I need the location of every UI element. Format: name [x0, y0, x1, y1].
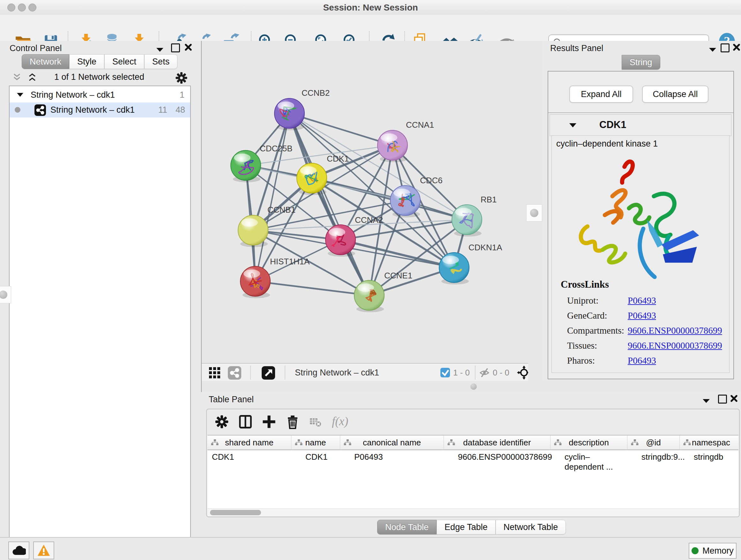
network-edge-count: 48 — [176, 105, 185, 115]
network-selected-status: 1 of 1 Network selected — [10, 72, 189, 82]
network-node-count: 11 — [158, 105, 167, 115]
vertical-splitter[interactable] — [528, 41, 543, 392]
column-header-canonical-name[interactable]: canonical name — [340, 435, 444, 450]
control-panel-menu-button[interactable] — [156, 47, 164, 52]
crosslink-label: GeneCard: — [567, 310, 607, 321]
network-edge[interactable] — [255, 281, 369, 295]
table-panel-float-button[interactable] — [718, 395, 727, 403]
node-label-HIST1H1A: HIST1H1A — [270, 257, 310, 266]
table-cell[interactable]: cyclin–dependent ... — [550, 450, 627, 463]
cdk1-section-header[interactable]: CDK1 — [549, 114, 731, 136]
crosslink-row: Uniprot:P06493 — [552, 295, 729, 310]
tab-select[interactable]: Select — [105, 54, 144, 69]
window-title: Session: New Session — [0, 3, 741, 13]
table-cell[interactable]: P06493 — [340, 450, 444, 463]
table-horizontal-scrollbar[interactable] — [207, 508, 738, 516]
table-panel-close-button[interactable] — [730, 395, 738, 402]
control-panel-float-button[interactable] — [171, 44, 180, 52]
cloud-status-button[interactable] — [8, 542, 29, 559]
network-status-dot — [15, 107, 20, 113]
network-edge[interactable] — [289, 113, 393, 145]
node-label-CCNE1: CCNE1 — [384, 271, 412, 280]
column-header--id[interactable]: @id — [627, 435, 680, 450]
collection-label: String Network – cdk1 — [30, 90, 115, 100]
table-cell[interactable]: stringdb:9... — [627, 450, 679, 463]
network-edge[interactable] — [289, 113, 369, 295]
column-header-name[interactable]: name — [291, 435, 340, 450]
network-view-toolbar: String Network – cdk1 1 - 0 0 - 0 — [202, 363, 528, 382]
network-canvas[interactable]: CCNB2CCNA1CDC25BCDK1CDC6RB1CCNB1CCNA2CDK… — [202, 41, 528, 363]
view-network-title: String Network – cdk1 — [295, 368, 379, 378]
results-panel-menu-button[interactable] — [709, 47, 717, 52]
tab-sets[interactable]: Sets — [144, 54, 178, 69]
tab-style[interactable]: Style — [69, 54, 105, 69]
right-splitter-handle[interactable] — [526, 204, 542, 222]
node-label-CCNA1: CCNA1 — [406, 120, 434, 130]
column-header-description[interactable]: description — [550, 435, 627, 450]
network-collection-row[interactable]: String Network – cdk1 1 — [10, 87, 190, 103]
bottom-splitter-handle[interactable] — [470, 383, 477, 390]
column-header-database-identifier[interactable]: database identifier — [444, 435, 550, 450]
crosslink-row: Pharos:P06493 — [552, 355, 729, 370]
results-panel-close-button[interactable] — [733, 44, 740, 51]
view-toolbar-separator — [285, 366, 285, 380]
collapse-all-button[interactable]: Collapse All — [642, 85, 709, 103]
network-list-header: 1 of 1 Network selected — [10, 70, 189, 85]
grid-view-icon[interactable] — [209, 367, 221, 379]
table-cell[interactable]: CDK1 — [207, 450, 291, 463]
network-row-selected[interactable]: String Network – cdk1 11 48 — [10, 103, 190, 118]
titlebar: Session: New Session — [0, 0, 741, 15]
node-label-CDC25B: CDC25B — [260, 144, 293, 153]
function-builder-icon: f(x) — [331, 415, 357, 429]
control-panel-close-button[interactable] — [185, 44, 192, 51]
selected-checkbox-icon[interactable] — [441, 368, 450, 377]
warnings-button[interactable] — [33, 542, 54, 559]
crosslinks-title: CrossLinks — [561, 279, 609, 290]
table-cell[interactable]: stringdb — [680, 450, 738, 463]
tab-network[interactable]: Network — [22, 54, 69, 69]
crosslink-link[interactable]: P06493 — [628, 295, 656, 306]
horizontal-splitter[interactable] — [202, 381, 741, 392]
expand-all-button[interactable]: Expand All — [569, 85, 633, 103]
tab-node-table[interactable]: Node Table — [377, 520, 436, 535]
section-collapse-arrow-icon[interactable] — [569, 122, 577, 128]
delete-column-icon[interactable] — [285, 415, 300, 429]
memory-button[interactable]: Memory — [689, 543, 737, 559]
table-cell[interactable]: CDK1 — [291, 450, 340, 463]
protein-3d-structure-image — [564, 155, 715, 280]
show-columns-icon[interactable] — [238, 415, 253, 429]
results-panel-title: Results Panel — [550, 44, 603, 53]
network-edge[interactable] — [312, 178, 467, 220]
birds-eye-toggle-icon[interactable] — [262, 366, 275, 380]
node-table-grid[interactable]: shared nameCDK1nameCDK1canonical nameP06… — [207, 435, 738, 509]
string-results-box: Expand All Collapse All CDK1 cyclin–depe… — [548, 71, 734, 379]
network-options-gear-icon[interactable] — [175, 71, 188, 84]
crosslink-link[interactable]: P06493 — [628, 310, 656, 321]
results-panel-float-button[interactable] — [721, 44, 730, 52]
tab-string[interactable]: String — [622, 55, 660, 70]
add-column-icon[interactable] — [262, 415, 276, 429]
table-panel-menu-button[interactable] — [702, 398, 711, 403]
results-panel: Results Panel String Expand All Collapse… — [542, 41, 741, 392]
node-label-CCNB1: CCNB1 — [267, 205, 295, 214]
scrollbar-thumb[interactable] — [210, 510, 261, 515]
crosslink-link[interactable]: 9606.ENSP00000378699 — [628, 340, 722, 351]
memory-label: Memory — [702, 546, 734, 556]
table-options-gear-icon[interactable] — [214, 415, 229, 429]
tree-expand-arrow-icon[interactable] — [17, 92, 23, 97]
crosslink-link[interactable]: 9606.ENSP00000378699 — [628, 325, 722, 336]
crosslink-row: Tissues:9606.ENSP00000378699 — [552, 340, 729, 355]
section-gene-name: CDK1 — [599, 119, 626, 131]
column-header-shared-name[interactable]: shared name — [207, 435, 291, 450]
cloud-icon — [12, 545, 26, 556]
crosslink-label: Tissues: — [567, 340, 597, 351]
network-thumbnail-icon[interactable] — [228, 366, 241, 380]
network-edge[interactable] — [255, 113, 289, 281]
tab-network-table[interactable]: Network Table — [495, 520, 566, 535]
column-header-namespac[interactable]: namespac — [680, 435, 738, 450]
table-cell[interactable]: 9606.ENSP00000378699 — [444, 450, 550, 463]
crosslink-link[interactable]: P06493 — [628, 355, 656, 366]
left-splitter-handle[interactable] — [0, 286, 11, 303]
crosslink-label: Pharos: — [567, 355, 595, 366]
tab-edge-table[interactable]: Edge Table — [436, 520, 495, 535]
